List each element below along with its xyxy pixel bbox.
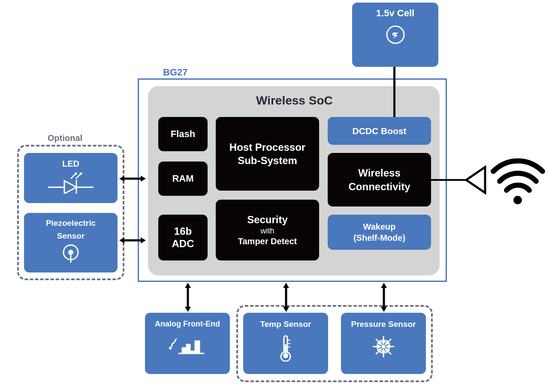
- security-block: Security with Tamper Detect: [216, 200, 319, 260]
- afe-block: Analog Front-End: [145, 313, 230, 374]
- host-label-2: Sub-System: [238, 154, 297, 167]
- wakeup-block: Wakeup (Shelf-Mode): [328, 215, 431, 250]
- wireless-label-1: Wireless: [358, 166, 401, 180]
- afe-label: Analog Front-End: [155, 320, 220, 329]
- arrow-pressure-soc: [378, 283, 389, 312]
- svg-point-37: [513, 196, 522, 204]
- svg-marker-2: [64, 181, 76, 194]
- wakeup-label-1: Wakeup: [363, 221, 396, 232]
- temp-label: Temp Sensor: [260, 320, 311, 329]
- dcdc-label: DCDC Boost: [353, 126, 407, 136]
- svg-marker-43: [141, 237, 146, 243]
- connector-cell-dcdc: [393, 67, 395, 117]
- svg-marker-24: [377, 345, 380, 348]
- svg-marker-22: [382, 350, 385, 353]
- adc-block: 16b ADC: [158, 215, 208, 260]
- power-icon: [386, 25, 405, 45]
- svg-marker-42: [119, 237, 124, 243]
- flash-label: Flash: [171, 129, 195, 140]
- soc-title: Wireless SoC: [256, 94, 333, 108]
- svg-line-5: [71, 174, 75, 179]
- svg-marker-20: [382, 341, 385, 344]
- arrow-afe-soc: [182, 283, 193, 312]
- arrow-led-soc: [119, 173, 146, 184]
- security-label-2: with: [260, 226, 274, 236]
- bg27-label: BG27: [163, 67, 187, 78]
- antenna-wifi-icon: [431, 148, 547, 216]
- svg-point-10: [68, 250, 73, 255]
- svg-marker-26: [386, 345, 389, 348]
- svg-marker-48: [283, 283, 289, 288]
- svg-marker-36: [466, 167, 485, 193]
- wireless-block: Wireless Connectivity: [328, 153, 431, 206]
- optional-label: Optional: [48, 133, 82, 143]
- host-label-1: Host Processor: [229, 141, 305, 154]
- piezo-block: Piezoelectric Sensor: [24, 213, 118, 272]
- security-label-1: Security: [247, 213, 288, 226]
- svg-line-7: [76, 174, 81, 179]
- ram-label: RAM: [172, 173, 193, 184]
- piezo-label-2: Sensor: [57, 231, 84, 241]
- waveform-icon: [169, 335, 206, 356]
- piezo-icon: [61, 244, 81, 263]
- cell-block: 1.5v Cell: [352, 3, 438, 67]
- svg-marker-52: [381, 307, 387, 312]
- pressure-label: Pressure Sensor: [351, 320, 416, 329]
- cell-label: 1.5v Cell: [376, 8, 414, 19]
- svg-marker-46: [185, 307, 191, 312]
- svg-marker-45: [185, 283, 191, 288]
- adc-label-1: 16b: [174, 225, 192, 238]
- flash-block: Flash: [158, 117, 208, 151]
- svg-marker-39: [119, 176, 124, 182]
- pressure-icon: [371, 334, 396, 359]
- led-label: LED: [62, 159, 79, 169]
- arrow-temp-soc: [281, 283, 292, 312]
- wakeup-label-2: (Shelf-Mode): [353, 232, 405, 243]
- wireless-label-2: Connectivity: [348, 180, 410, 193]
- ram-block: RAM: [158, 162, 208, 196]
- arrow-piezo-soc: [119, 235, 146, 246]
- security-label-3: Tamper Detect: [238, 236, 297, 247]
- svg-point-12: [169, 347, 172, 350]
- led-block: LED: [24, 153, 118, 203]
- pressure-block: Pressure Sensor: [341, 313, 426, 374]
- svg-marker-51: [381, 283, 387, 288]
- piezo-label-1: Piezoelectric: [46, 218, 96, 228]
- svg-marker-49: [283, 307, 289, 312]
- svg-marker-40: [141, 176, 146, 182]
- led-icon: [47, 172, 94, 194]
- dcdc-block: DCDC Boost: [328, 117, 431, 145]
- temp-block: Temp Sensor: [243, 313, 328, 374]
- thermometer-icon: [279, 335, 292, 362]
- adc-label-2: ADC: [172, 238, 194, 250]
- host-processor-block: Host Processor Sub-System: [216, 117, 319, 191]
